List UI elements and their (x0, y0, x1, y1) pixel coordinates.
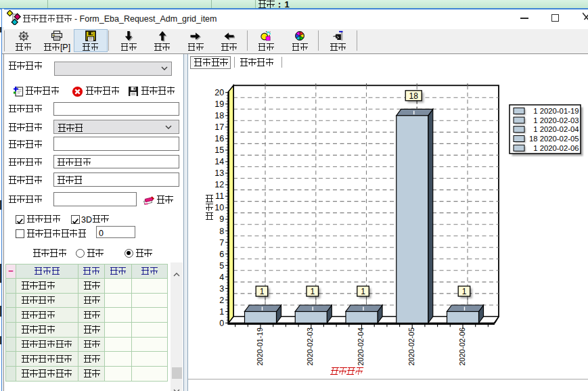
svg-text:19: 19 (214, 99, 224, 109)
svg-text:9: 9 (219, 214, 224, 224)
svg-text:1 2020-02-03: 1 2020-02-03 (533, 116, 579, 124)
svg-text:1: 1 (310, 287, 315, 296)
svg-text:20: 20 (214, 88, 224, 97)
svg-text:1: 1 (462, 287, 467, 296)
svg-text:1: 1 (260, 287, 265, 296)
svg-text:1: 1 (219, 307, 224, 317)
svg-text:6: 6 (219, 250, 224, 259)
svg-text:11: 11 (215, 191, 224, 201)
svg-text:2020-01-19: 2020-01-19 (256, 327, 264, 365)
svg-text:12: 12 (214, 180, 224, 189)
svg-text:7: 7 (219, 238, 224, 248)
svg-text:4: 4 (219, 273, 224, 282)
svg-text:3: 3 (219, 284, 224, 294)
svg-text:2020-02-06: 2020-02-06 (458, 327, 466, 365)
svg-text:18: 18 (214, 111, 224, 120)
svg-text:2020-02-03: 2020-02-03 (306, 327, 314, 365)
svg-text:1 2020-02-04: 1 2020-02-04 (533, 125, 579, 133)
svg-text:1 2020-02-06: 1 2020-02-06 (533, 144, 579, 152)
svg-text:2020-02-04: 2020-02-04 (357, 327, 365, 365)
svg-text:2: 2 (219, 296, 224, 305)
svg-text:18 2020-02-05: 18 2020-02-05 (529, 135, 579, 143)
svg-text:17: 17 (214, 122, 224, 132)
svg-text:14: 14 (214, 157, 224, 166)
svg-text:1 2020-01-19: 1 2020-01-19 (533, 107, 579, 115)
svg-text:18: 18 (409, 91, 419, 101)
svg-text:1: 1 (361, 287, 365, 296)
svg-text:10: 10 (214, 203, 224, 212)
svg-text:5: 5 (219, 261, 224, 271)
svg-text:8: 8 (219, 227, 224, 236)
svg-text:0: 0 (219, 319, 224, 328)
svg-text:13: 13 (214, 168, 224, 178)
svg-text:15: 15 (214, 145, 224, 155)
svg-text:2020-02-05: 2020-02-05 (407, 327, 415, 365)
svg-text:16: 16 (214, 134, 224, 143)
